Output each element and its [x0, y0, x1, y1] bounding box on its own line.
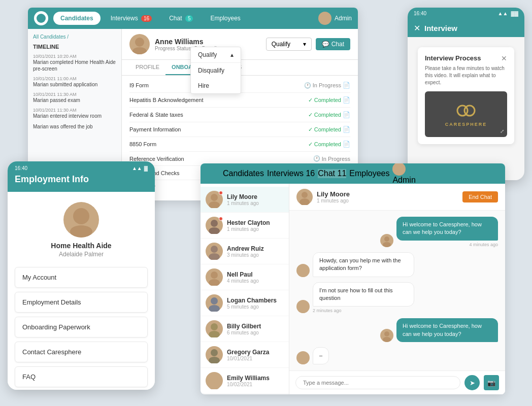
chat-desktop-app: Candidates Interviews 16 Chat 11 Employe…: [201, 163, 505, 394]
message-bubble: I'm not sure how to fill out this questi…: [313, 282, 414, 307]
contact-info: Nell Paul 4 minutes ago: [227, 271, 259, 284]
app-logo: [34, 11, 48, 25]
chevron-up-icon: ▴: [230, 51, 234, 58]
employment-title: Employment Info: [15, 174, 89, 184]
contact-item-lily[interactable]: Lily Moore 1 minutes ago: [201, 187, 289, 213]
send-button[interactable]: ➤: [464, 375, 480, 390]
svg-point-28: [301, 302, 306, 308]
battery-icon: ▓▓: [511, 11, 518, 16]
contact-item-logan[interactable]: Logan Chambers 5 minutes ago: [201, 290, 289, 316]
nav-tab-employees[interactable]: Employees: [203, 12, 247, 25]
active-contact-info: Lily Moore 1 minutes ago: [296, 189, 350, 205]
contact-item-hester[interactable]: Hester Clayton 1 minutes ago: [201, 213, 289, 239]
menu-item-employment-details[interactable]: Employment Details: [15, 292, 148, 313]
message-input-area: ➤ 📷: [289, 370, 505, 394]
svg-point-29: [299, 308, 307, 313]
chat-nav-employees[interactable]: Employees: [349, 169, 389, 178]
chat-admin-label: Admin: [392, 176, 415, 184]
contact-avatar: [206, 268, 223, 286]
svg-point-7: [209, 201, 220, 208]
interview-modal: ✕ Interview Process Please take a few mi…: [418, 47, 514, 144]
contact-item-billy[interactable]: Billy Gilbert 6 minutes ago: [201, 316, 289, 342]
menu-item-faq[interactable]: FAQ: [15, 366, 148, 387]
onboarding-item-8850[interactable]: 8850 Form ✓ Completed 📄: [129, 137, 350, 152]
menu-item-onboarding-paperwork[interactable]: Onboarding Paperwork: [15, 317, 148, 337]
contact-avatar: [206, 320, 223, 337]
nav-tab-chat[interactable]: Chat 5: [162, 12, 200, 25]
contact-info: Emily Williams 10/02/2021: [227, 375, 270, 387]
message-bubble: Hi welcome to Caresphere, how can we hel…: [396, 217, 498, 241]
chat-nav-interviews[interactable]: Interviews 16: [267, 169, 315, 178]
chat-nav-chat[interactable]: Chat 11: [318, 169, 346, 178]
video-brand-logo: CARESPHERE: [445, 102, 487, 127]
message-row-5: –: [296, 347, 498, 364]
online-indicator: [219, 217, 223, 221]
mobile-indicators: ▲▲ ▓▓: [498, 11, 518, 16]
contact-item-gregory[interactable]: Gregory Garza 10/01/2021: [201, 342, 289, 368]
contact-info: Hester Clayton 1 minutes ago: [227, 219, 270, 232]
onboarding-item-federal[interactable]: Federal & State taxes ✓ Completed 📄: [129, 108, 350, 122]
modal-close-button[interactable]: ✕: [501, 54, 507, 62]
doc-icon: 📄: [343, 111, 350, 118]
emp-name: Adelaide Palmer: [59, 251, 104, 258]
timeline-item: 10/01/2021 11:30 AM Marian passed exam: [33, 92, 116, 104]
menu-item-account[interactable]: My Account: [15, 267, 148, 288]
svg-point-12: [211, 272, 218, 279]
modal-description: Please take a few minutes to watch this …: [425, 65, 507, 86]
check-icon: ✓: [308, 141, 313, 148]
attach-button[interactable]: 📷: [484, 375, 499, 390]
onboarding-item-hep[interactable]: Hepatitis B Acknowledgement ✓ Completed …: [129, 93, 350, 108]
message-input[interactable]: [295, 376, 460, 389]
qualify-menu-hire[interactable]: Hire: [191, 78, 241, 93]
onboarding-item-payment[interactable]: Payment Information ✓ Completed 📄: [129, 122, 350, 137]
svg-point-30: [384, 331, 389, 336]
messages-panel: Lily Moore 1 minutes ago End Chat Hi wel…: [289, 184, 505, 394]
candidate-name: Anne Williams: [155, 38, 222, 46]
message-timestamp: 4 minutes ago: [469, 242, 498, 247]
emp-status-bar: 16:40 ▲▲ ▓: [15, 165, 148, 171]
doc-icon: 📄: [343, 126, 350, 133]
message-bubble: Howdy, can you help me with the applicat…: [313, 252, 414, 277]
timeline-item: Marian was offered the job: [33, 123, 116, 130]
active-contact-name: Lily Moore: [317, 190, 350, 198]
contact-item-nell[interactable]: Nell Paul 4 minutes ago: [201, 264, 289, 290]
svg-point-32: [301, 354, 306, 359]
message-time: Hi welcome to Caresphere, how can we hel…: [396, 217, 498, 247]
mobile-status-bar: 16:40 ▲▲ ▓▓: [408, 8, 524, 19]
check-icon: ✓: [308, 112, 313, 118]
admin-label: Admin: [335, 15, 352, 22]
contact-item-emily[interactable]: Emily Williams 10/02/2021: [201, 368, 289, 394]
svg-point-11: [209, 253, 220, 260]
qualify-menu-disqualify[interactable]: Disqualify: [191, 63, 241, 78]
chat-button[interactable]: 💬 Chat: [316, 38, 350, 50]
active-contact-time: 1 minutes ago: [317, 198, 350, 204]
status-in-progress: 🕐 In Progress: [313, 155, 350, 162]
contacts-panel: Lily Moore 1 minutes ago Hester Clayton …: [201, 184, 289, 394]
wifi-icon: ▲▲: [132, 165, 142, 171]
svg-point-23: [300, 198, 310, 205]
agent-avatar: [380, 234, 393, 247]
status-in-progress: 🕐 In Progress 📄: [304, 82, 350, 89]
status-completed: ✓ Completed 📄: [308, 126, 350, 133]
svg-point-9: [209, 227, 220, 234]
tab-profile[interactable]: PROFILE: [129, 60, 165, 75]
svg-point-15: [209, 305, 220, 312]
mobile-interview-screen: 16:40 ▲▲ ▓▓ ✕ Interview ✕ Interview Proc…: [408, 8, 524, 180]
nav-tab-interviews[interactable]: Interviews 16: [104, 12, 159, 25]
chevron-down-icon: ▾: [303, 41, 306, 48]
user-avatar: [296, 351, 310, 364]
contact-item-andrew[interactable]: Andrew Ruiz 3 minutes ago: [201, 239, 289, 264]
doc-icon: 📄: [343, 82, 350, 89]
contact-avatar: [206, 217, 223, 234]
svg-point-25: [383, 242, 391, 247]
end-chat-button[interactable]: End Chat: [462, 191, 498, 202]
nav-tab-candidates[interactable]: Candidates: [53, 12, 101, 25]
interviews-badge: 16: [141, 15, 152, 22]
contact-avatar: [206, 243, 223, 260]
qualify-dropdown[interactable]: Qualify ▾: [266, 38, 312, 51]
menu-item-contact[interactable]: Contact Caresphere: [15, 342, 148, 362]
close-button[interactable]: ✕: [414, 23, 420, 33]
video-thumbnail[interactable]: CARESPHERE ⤢: [425, 91, 507, 137]
svg-point-21: [209, 383, 220, 389]
chat-nav-candidates[interactable]: Candidates: [223, 169, 264, 178]
